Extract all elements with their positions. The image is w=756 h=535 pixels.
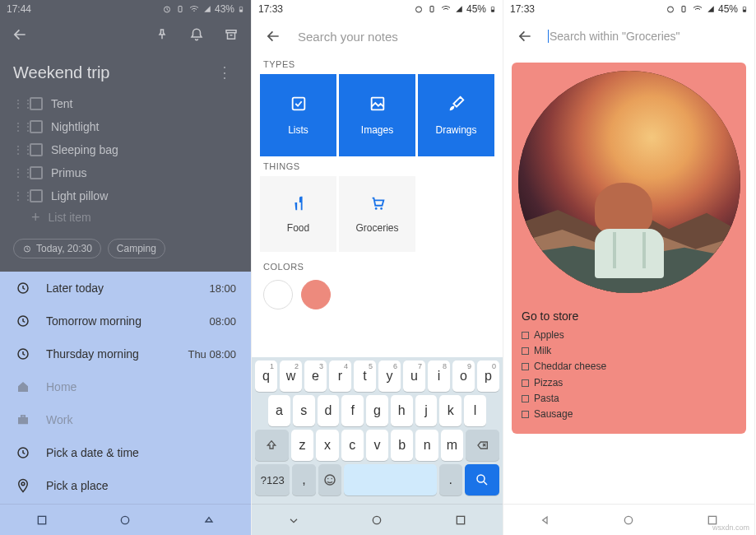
type-images[interactable]: Images <box>339 74 415 156</box>
type-drawings[interactable]: Drawings <box>418 74 494 156</box>
add-list-item[interactable]: +List item <box>0 207 251 232</box>
things-header: THINGS <box>252 156 503 176</box>
search-input[interactable]: Search your notes <box>298 30 398 44</box>
key-c[interactable]: c <box>341 430 364 461</box>
key-w[interactable]: w2 <box>280 361 302 392</box>
checkbox[interactable] <box>30 97 43 110</box>
nav-home[interactable] <box>118 514 132 527</box>
key-shift[interactable] <box>255 430 289 461</box>
chips-row: Today, 20:30 Camping <box>0 232 251 272</box>
reminder-later-today[interactable]: Later today 18:00 <box>0 272 251 305</box>
search-icon <box>475 472 489 487</box>
key-space[interactable] <box>344 464 437 495</box>
drag-handle-icon[interactable]: ⋮⋮ <box>13 121 21 133</box>
key-o[interactable]: o9 <box>452 361 475 392</box>
key-g[interactable]: g <box>366 395 388 426</box>
reminder-work[interactable]: Work <box>0 403 251 436</box>
label-chip[interactable]: Camping <box>108 239 165 258</box>
pin-button[interactable] <box>149 21 175 48</box>
key-t[interactable]: t5 <box>354 361 376 392</box>
key-n[interactable]: n <box>415 430 438 461</box>
reminder-tomorrow[interactable]: Tomorrow morning 08:00 <box>0 305 251 337</box>
key-backspace[interactable] <box>466 430 499 461</box>
list-item[interactable]: ⋮⋮Tent <box>0 92 251 115</box>
pick-place[interactable]: Pick a place <box>0 469 251 502</box>
key-s[interactable]: s <box>293 395 315 426</box>
key-q[interactable]: q1 <box>255 361 277 392</box>
color-coral[interactable] <box>301 280 331 309</box>
back-button[interactable] <box>260 23 286 49</box>
type-lists[interactable]: Lists <box>260 74 336 156</box>
note-card[interactable]: Go to store Apples Milk Cheddar cheese P… <box>512 63 746 434</box>
pick-date-time[interactable]: Pick a date & time <box>0 436 251 469</box>
key-x[interactable]: x <box>316 430 338 461</box>
more-button[interactable]: ⋮ <box>211 59 238 86</box>
key-j[interactable]: j <box>415 395 438 426</box>
key-f[interactable]: f <box>341 395 364 426</box>
search-input[interactable]: Search within "Groceries" <box>550 30 680 43</box>
list-item[interactable]: ⋮⋮Primus <box>0 161 251 184</box>
thing-food[interactable]: Food <box>260 176 336 252</box>
checkbox[interactable] <box>30 189 43 202</box>
location-icon <box>15 477 31 494</box>
nav-back[interactable] <box>539 514 552 527</box>
reminder-chip[interactable]: Today, 20:30 <box>13 239 101 258</box>
nav-back[interactable] <box>35 514 49 527</box>
list-item: Milk <box>522 343 736 359</box>
key-l[interactable]: l <box>464 395 486 426</box>
keyboard-row-4: ?123 , . <box>255 464 499 495</box>
nav-home[interactable] <box>370 514 383 527</box>
list-item[interactable]: ⋮⋮Nightlight <box>0 115 251 138</box>
key-period[interactable]: . <box>439 464 462 495</box>
list-item[interactable]: ⋮⋮Sleeping bag <box>0 138 251 161</box>
key-p[interactable]: p0 <box>477 361 499 392</box>
thing-groceries[interactable]: Groceries <box>339 176 415 252</box>
key-m[interactable]: m <box>441 430 463 461</box>
note-image <box>512 63 746 301</box>
drag-handle-icon[interactable]: ⋮⋮ <box>13 190 21 202</box>
nav-home[interactable] <box>622 514 635 527</box>
key-d[interactable]: d <box>318 395 340 426</box>
nav-recent[interactable] <box>202 514 216 527</box>
key-u[interactable]: u7 <box>403 361 425 392</box>
drag-handle-icon[interactable]: ⋮⋮ <box>13 167 21 179</box>
alarm-icon <box>414 4 424 14</box>
key-k[interactable]: k <box>439 395 461 426</box>
checkbox[interactable] <box>30 143 43 156</box>
drag-handle-icon[interactable]: ⋮⋮ <box>13 98 21 109</box>
archive-button[interactable] <box>218 21 244 48</box>
reminder-button[interactable] <box>183 21 210 48</box>
home-icon <box>15 379 31 395</box>
key-r[interactable]: r4 <box>329 361 351 392</box>
checkbox[interactable] <box>30 120 43 133</box>
reminder-home[interactable]: Home <box>0 370 251 403</box>
key-comma[interactable]: , <box>292 464 315 495</box>
key-e[interactable]: e3 <box>304 361 327 392</box>
drag-handle-icon[interactable]: ⋮⋮ <box>13 144 21 156</box>
list-item: Pasta <box>522 391 736 407</box>
clock-icon <box>15 346 31 362</box>
key-z[interactable]: z <box>291 430 313 461</box>
back-button[interactable] <box>512 23 538 49</box>
key-y[interactable]: y6 <box>378 361 401 392</box>
key-symbols[interactable]: ?123 <box>255 464 290 495</box>
list-item[interactable]: ⋮⋮Light pillow <box>0 184 251 207</box>
key-search[interactable] <box>465 464 499 495</box>
svg-point-25 <box>331 478 332 480</box>
key-b[interactable]: b <box>391 430 413 461</box>
key-i[interactable]: i8 <box>428 361 450 392</box>
key-v[interactable]: v <box>366 430 388 461</box>
key-a[interactable]: a <box>268 395 290 426</box>
svg-point-15 <box>415 7 421 12</box>
back-button[interactable] <box>7 21 33 48</box>
svg-rect-20 <box>371 98 383 110</box>
nav-keyboard-hide[interactable] <box>287 514 300 527</box>
key-h[interactable]: h <box>391 395 413 426</box>
color-white[interactable] <box>263 280 293 309</box>
nav-recent[interactable] <box>454 514 467 527</box>
key-emoji[interactable] <box>318 464 341 495</box>
note-title[interactable]: Weekend trip <box>13 63 109 82</box>
checkbox[interactable] <box>30 166 43 179</box>
clock-icon <box>15 313 31 329</box>
reminder-thursday[interactable]: Thursday morning Thu 08:00 <box>0 337 251 370</box>
